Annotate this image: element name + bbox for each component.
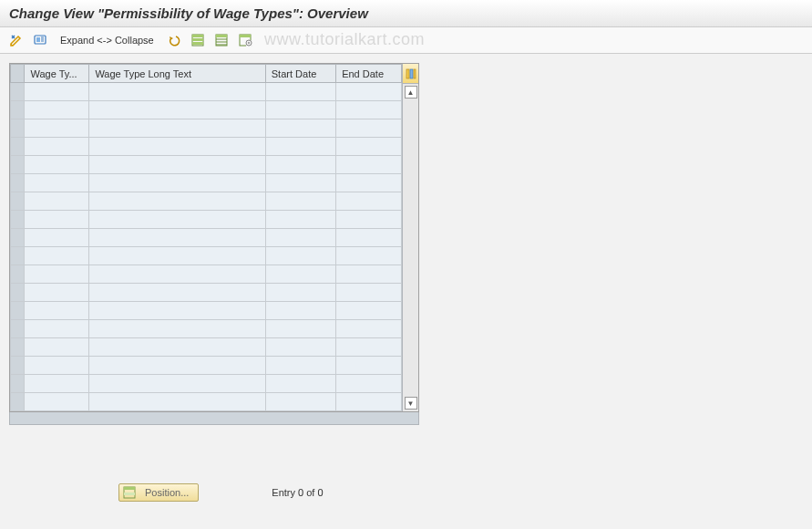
table-row[interactable]	[11, 211, 402, 229]
toggle-edit-icon[interactable]	[7, 31, 26, 49]
row-selector[interactable]	[11, 302, 25, 320]
cell-start-date[interactable]	[265, 265, 335, 284]
cell-start-date[interactable]	[265, 302, 335, 320]
cell-long-text[interactable]	[89, 83, 265, 101]
vertical-scrollbar[interactable]: ▲ ▼	[403, 84, 418, 411]
col-header-long-text[interactable]: Wage Type Long Text	[89, 65, 265, 83]
col-header-end-date[interactable]: End Date	[336, 65, 402, 83]
cell-wage-type[interactable]	[25, 320, 89, 338]
cell-long-text[interactable]	[89, 247, 265, 265]
cell-start-date[interactable]	[265, 119, 335, 138]
cell-start-date[interactable]	[265, 138, 335, 156]
position-button[interactable]: Position...	[118, 483, 199, 502]
cell-wage-type[interactable]	[25, 247, 89, 265]
cell-end-date[interactable]	[336, 83, 402, 101]
cell-wage-type[interactable]	[25, 302, 89, 320]
cell-end-date[interactable]	[336, 302, 402, 320]
cell-long-text[interactable]	[89, 119, 265, 138]
cell-long-text[interactable]	[89, 192, 265, 211]
cell-wage-type[interactable]	[25, 101, 89, 119]
cell-end-date[interactable]	[336, 375, 402, 393]
cell-start-date[interactable]	[265, 338, 335, 357]
cell-end-date[interactable]	[336, 156, 402, 174]
cell-wage-type[interactable]	[25, 229, 89, 247]
table-row[interactable]	[11, 229, 402, 247]
table-row[interactable]	[11, 338, 402, 357]
cell-end-date[interactable]	[336, 284, 402, 302]
cell-end-date[interactable]	[336, 101, 402, 119]
cell-long-text[interactable]	[89, 211, 265, 229]
table-row[interactable]	[11, 83, 402, 101]
cell-end-date[interactable]	[336, 338, 402, 357]
row-selector[interactable]	[11, 192, 25, 211]
row-selector[interactable]	[11, 247, 25, 265]
table-row[interactable]	[11, 375, 402, 393]
cell-wage-type[interactable]	[25, 192, 89, 211]
cell-start-date[interactable]	[265, 357, 335, 375]
cell-long-text[interactable]	[89, 174, 265, 192]
cell-start-date[interactable]	[265, 192, 335, 211]
select-all-icon[interactable]	[189, 31, 207, 49]
row-selector-header[interactable]	[11, 65, 25, 83]
row-selector[interactable]	[11, 357, 25, 375]
cell-end-date[interactable]	[336, 138, 402, 156]
cell-wage-type[interactable]	[25, 119, 89, 138]
cell-long-text[interactable]	[89, 284, 265, 302]
cell-end-date[interactable]	[336, 192, 402, 211]
table-row[interactable]	[11, 320, 402, 338]
table-row[interactable]	[11, 101, 402, 119]
row-selector[interactable]	[11, 101, 25, 119]
table-row[interactable]	[11, 302, 402, 320]
row-selector[interactable]	[11, 338, 25, 357]
cell-long-text[interactable]	[89, 156, 265, 174]
cell-start-date[interactable]	[265, 229, 335, 247]
selection-criteria-icon[interactable]	[31, 31, 49, 49]
cell-start-date[interactable]	[265, 156, 335, 174]
table-row[interactable]	[11, 393, 402, 411]
cell-wage-type[interactable]	[25, 338, 89, 357]
cell-end-date[interactable]	[336, 229, 402, 247]
cell-start-date[interactable]	[265, 83, 335, 101]
row-selector[interactable]	[11, 320, 25, 338]
undo-icon[interactable]	[165, 31, 183, 49]
cell-long-text[interactable]	[89, 357, 265, 375]
cell-long-text[interactable]	[89, 302, 265, 320]
cell-long-text[interactable]	[89, 265, 265, 284]
cell-wage-type[interactable]	[25, 83, 89, 101]
cell-start-date[interactable]	[265, 284, 335, 302]
table-row[interactable]	[11, 156, 402, 174]
cell-end-date[interactable]	[336, 211, 402, 229]
row-selector[interactable]	[11, 229, 25, 247]
cell-start-date[interactable]	[265, 393, 335, 411]
col-header-wage-type[interactable]: Wage Ty...	[25, 65, 89, 83]
expand-collapse-button[interactable]: Expand <-> Collapse	[55, 33, 159, 47]
cell-start-date[interactable]	[265, 174, 335, 192]
cell-wage-type[interactable]	[25, 265, 89, 284]
deselect-all-icon[interactable]	[212, 31, 231, 49]
cell-wage-type[interactable]	[25, 393, 89, 411]
table-row[interactable]	[11, 357, 402, 375]
scroll-down-icon[interactable]: ▼	[405, 397, 417, 410]
row-selector[interactable]	[11, 284, 25, 302]
cell-end-date[interactable]	[336, 393, 402, 411]
table-row[interactable]	[11, 247, 402, 265]
cell-long-text[interactable]	[89, 375, 265, 393]
row-selector[interactable]	[11, 393, 25, 411]
configure-columns-icon[interactable]	[403, 64, 418, 84]
row-selector[interactable]	[11, 211, 25, 229]
cell-wage-type[interactable]	[25, 174, 89, 192]
cell-end-date[interactable]	[336, 174, 402, 192]
cell-end-date[interactable]	[336, 265, 402, 284]
cell-start-date[interactable]	[265, 247, 335, 265]
row-selector[interactable]	[11, 375, 25, 393]
cell-wage-type[interactable]	[25, 138, 89, 156]
cell-start-date[interactable]	[265, 211, 335, 229]
cell-end-date[interactable]	[336, 119, 402, 138]
row-selector[interactable]	[11, 119, 25, 138]
row-selector[interactable]	[11, 174, 25, 192]
cell-end-date[interactable]	[336, 357, 402, 375]
cell-wage-type[interactable]	[25, 284, 89, 302]
cell-wage-type[interactable]	[25, 211, 89, 229]
row-selector[interactable]	[11, 265, 25, 284]
table-row[interactable]	[11, 265, 402, 284]
